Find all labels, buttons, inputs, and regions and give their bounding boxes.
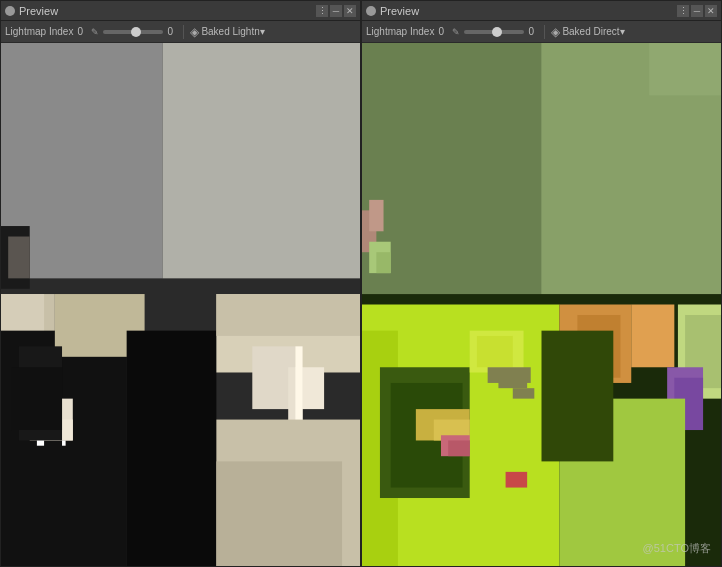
left-panel-content — [1, 43, 360, 566]
right-panel: Preview ⋮ ─ ✕ Lightmap Index 0 ✎ 0 ◈ Bak… — [361, 0, 722, 567]
left-layers-icon: ◈ — [190, 25, 199, 39]
right-toolbar-divider — [544, 25, 545, 39]
left-slider-thumb[interactable] — [131, 27, 141, 37]
left-lightmap-index: 0 — [77, 26, 87, 37]
right-edit-icon: ✎ — [452, 27, 460, 37]
right-lightmap-label: Lightmap Index — [366, 26, 434, 37]
left-mode-dropdown[interactable]: ◈ Baked Lightn▾ — [190, 25, 264, 39]
right-slider-track[interactable] — [464, 30, 524, 34]
right-panel-toolbar: Lightmap Index 0 ✎ 0 ◈ Baked Direct▾ — [362, 21, 721, 43]
left-toolbar-divider — [183, 25, 184, 39]
right-slider-value: 0 — [528, 26, 538, 37]
panels-container: Preview ⋮ ─ ✕ Lightmap Index 0 ✎ 0 ◈ Bak… — [0, 0, 722, 567]
left-panel-title: Preview — [19, 5, 58, 17]
right-panel-close-button[interactable]: ✕ — [705, 5, 717, 17]
left-edit-icon: ✎ — [91, 27, 99, 37]
left-panel-toolbar: Lightmap Index 0 ✎ 0 ◈ Baked Lightn▾ — [1, 21, 360, 43]
right-panel-title: Preview — [380, 5, 419, 17]
left-panel-icon — [5, 6, 15, 16]
watermark: @51CTO博客 — [643, 541, 711, 556]
left-panel-titlebar: Preview ⋮ ─ ✕ — [1, 1, 360, 21]
right-panel-icon — [366, 6, 376, 16]
left-panel-minimize-button[interactable]: ─ — [330, 5, 342, 17]
left-mode-label: Baked Lightn▾ — [201, 26, 264, 37]
left-slider-value: 0 — [167, 26, 177, 37]
right-lightmap-canvas — [362, 43, 721, 566]
right-mode-dropdown[interactable]: ◈ Baked Direct▾ — [551, 25, 624, 39]
right-panel-minimize-button[interactable]: ─ — [691, 5, 703, 17]
left-lightmap-canvas — [1, 43, 360, 566]
right-slider-thumb[interactable] — [492, 27, 502, 37]
left-panel-close-button[interactable]: ✕ — [344, 5, 356, 17]
right-panel-titlebar: Preview ⋮ ─ ✕ — [362, 1, 721, 21]
left-lightmap-label: Lightmap Index — [5, 26, 73, 37]
right-mode-label: Baked Direct▾ — [562, 26, 624, 37]
right-panel-controls: ⋮ ─ ✕ — [677, 5, 717, 17]
right-panel-menu-button[interactable]: ⋮ — [677, 5, 689, 17]
left-panel-menu-button[interactable]: ⋮ — [316, 5, 328, 17]
left-panel-controls: ⋮ ─ ✕ — [316, 5, 356, 17]
right-layers-icon: ◈ — [551, 25, 560, 39]
left-panel: Preview ⋮ ─ ✕ Lightmap Index 0 ✎ 0 ◈ Bak… — [0, 0, 361, 567]
right-lightmap-index: 0 — [438, 26, 448, 37]
right-panel-content: @51CTO博客 — [362, 43, 721, 566]
left-slider-track[interactable] — [103, 30, 163, 34]
